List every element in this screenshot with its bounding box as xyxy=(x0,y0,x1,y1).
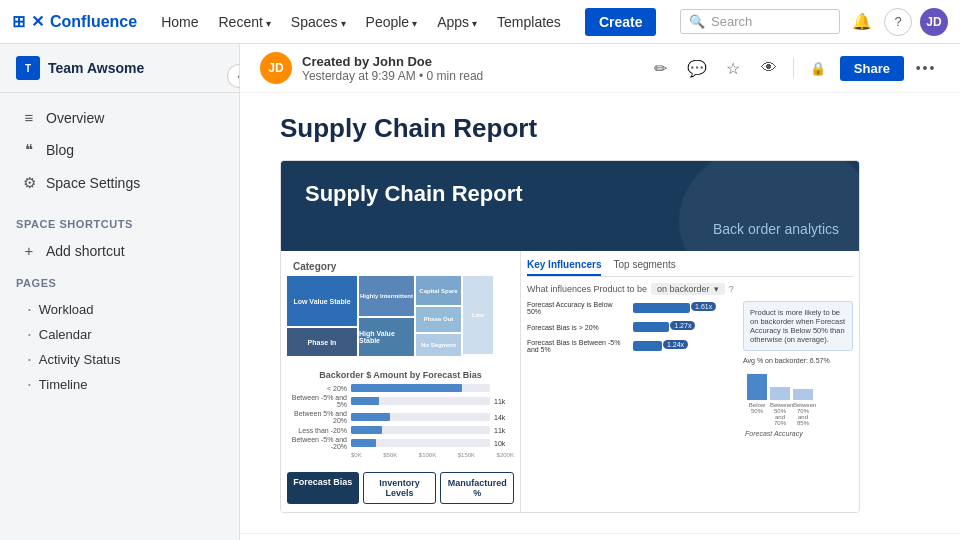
create-button[interactable]: Create xyxy=(585,8,657,36)
treemap: Low Value Stable Phase In Highly Intermi… xyxy=(287,276,514,356)
page-actions: ✏ 💬 ☆ 👁 🔒 Share ••• xyxy=(647,54,940,82)
treemap-col-3: Capital Spare Phase Out No Segment xyxy=(416,276,461,356)
treemap-cell-low: Low xyxy=(463,276,493,354)
forecast-bias-button[interactable]: Forecast Bias xyxy=(287,472,359,504)
report-preview: Supply Chain Report Back order analytics… xyxy=(280,160,860,513)
bar-chart-label: Backorder $ Amount by Forecast Bias xyxy=(287,368,514,384)
panel-tabs: Key Influencers Top segments xyxy=(527,257,853,277)
space-name: Team Awsome xyxy=(48,60,144,76)
inf-item-1: Forecast Accuracy is Below 50% 1.61x xyxy=(527,301,737,315)
nav-people[interactable]: People xyxy=(358,10,426,34)
sidebar-nav: ≡ Overview ❝ Blog ⚙ Space Settings xyxy=(0,93,239,208)
question-dropdown[interactable]: ▾ xyxy=(714,284,719,294)
bar-track-2 xyxy=(351,397,490,405)
nav-recent[interactable]: Recent xyxy=(210,10,278,34)
more-actions-button[interactable]: ••• xyxy=(912,54,940,82)
question-label: What influences Product to be xyxy=(527,284,647,294)
panel-question: What influences Product to be on backord… xyxy=(527,283,853,295)
search-box[interactable]: 🔍 Search xyxy=(680,9,840,34)
influencer-row-1: Forecast Accuracy is Below 50% 1.61x xyxy=(527,301,853,437)
inf-bar-3: 1.24x xyxy=(633,341,662,351)
treemap-cell-high-value: High Value Stable xyxy=(359,318,414,356)
read-time: 0 min read xyxy=(427,69,484,83)
add-shortcut-item[interactable]: + Add shortcut xyxy=(4,235,235,266)
inf-bar-1: 1.61x xyxy=(633,303,690,313)
bar-label-4: Less than -20% xyxy=(287,427,347,434)
mini-bar-3 xyxy=(793,389,813,400)
sidebar-item-space-settings[interactable]: ⚙ Space Settings xyxy=(4,167,235,199)
bar-row-1: < 20% xyxy=(287,384,514,392)
bar-track-4 xyxy=(351,426,490,434)
created-by: Created by John Doe xyxy=(302,54,483,69)
page-title: Supply Chain Report xyxy=(280,113,920,144)
sidebar-page-timeline[interactable]: • Timeline xyxy=(0,372,239,397)
info-box: Product is more likely to be on backorde… xyxy=(743,301,853,351)
main-layout: ‹ T Team Awsome ≡ Overview ❝ Blog ⚙ Spac… xyxy=(0,44,960,540)
inf-badge-3: 1.24x xyxy=(663,340,688,349)
tab-top-segments[interactable]: Top segments xyxy=(613,257,675,276)
bar-fill-1 xyxy=(351,384,462,392)
inf-item-3: Forecast Bias is Between -5% and 5% 1.24… xyxy=(527,339,737,353)
treemap-section: Category Low Value Stable Phase In xyxy=(281,251,520,362)
page-label-timeline: Timeline xyxy=(39,377,88,392)
sidebar-page-activity[interactable]: • Activity Status xyxy=(0,347,239,372)
add-shortcut-label: Add shortcut xyxy=(46,243,125,259)
user-avatar[interactable]: JD xyxy=(920,8,948,36)
notifications-icon[interactable]: 🔔 xyxy=(848,8,876,36)
tab-key-influencers[interactable]: Key Influencers xyxy=(527,257,601,276)
nav-templates[interactable]: Templates xyxy=(489,10,569,34)
bar-row-4: Less than -20% 11k xyxy=(287,426,514,434)
bar-track-5 xyxy=(351,439,490,447)
bar-label-2: Between -5% and 5% xyxy=(287,394,347,408)
blog-icon: ❝ xyxy=(20,141,38,159)
nav-home[interactable]: Home xyxy=(153,10,206,34)
page-header: JD Created by John Doe Yesterday at 9:39… xyxy=(240,44,960,93)
nav-icon-group: 🔔 ? JD xyxy=(848,8,948,36)
inventory-levels-button[interactable]: Inventory Levels xyxy=(363,472,437,504)
sidebar-page-workload[interactable]: • Workload xyxy=(0,297,239,322)
page-body: Supply Chain Report Supply Chain Report … xyxy=(240,93,960,533)
nav-links: Home Recent Spaces People Apps Templates xyxy=(153,10,569,34)
page-meta: JD Created by John Doe Yesterday at 9:39… xyxy=(260,52,483,84)
treemap-col-2: Highly Intermittent High Value Stable xyxy=(359,276,414,356)
report-body-section: Category Low Value Stable Phase In xyxy=(281,251,859,512)
category-label: Category xyxy=(287,257,514,276)
question-help[interactable]: ? xyxy=(729,284,734,294)
treemap-cell-highly: Highly Intermittent xyxy=(359,276,414,316)
bar-row-3: Between 5% and 20% 14k xyxy=(287,410,514,424)
page-label-workload: Workload xyxy=(39,302,94,317)
sidebar-space-header: T Team Awsome xyxy=(0,44,239,93)
chart-annotation: Avg % on backorder: 6.57% xyxy=(743,357,853,364)
bar-row-2: Between -5% and 5% 11k xyxy=(287,394,514,408)
logo[interactable]: ⊞ ✕ Confluence xyxy=(12,12,137,31)
bar-fill-2 xyxy=(351,397,379,405)
nav-apps[interactable]: Apps xyxy=(429,10,485,34)
bar-chart-section: Backorder $ Amount by Forecast Bias < 20… xyxy=(281,362,520,464)
bullet-icon: • xyxy=(28,380,31,389)
report-action-buttons: Forecast Bias Inventory Levels Manufactu… xyxy=(281,464,520,512)
inf-badge-2: 1.27x xyxy=(670,321,695,330)
edit-icon[interactable]: ✏ xyxy=(647,54,675,82)
bar-fill-4 xyxy=(351,426,382,434)
nav-spaces[interactable]: Spaces xyxy=(283,10,354,34)
sidebar-item-overview[interactable]: ≡ Overview xyxy=(4,102,235,133)
search-placeholder: Search xyxy=(711,14,752,29)
bar-axis: $0K$50K$100K$150K$200K xyxy=(287,452,514,458)
help-icon[interactable]: ? xyxy=(884,8,912,36)
overview-icon: ≡ xyxy=(20,109,38,126)
overview-label: Overview xyxy=(46,110,104,126)
share-button[interactable]: Share xyxy=(840,56,904,81)
manufactured-button[interactable]: Manufactured % xyxy=(440,472,514,504)
star-icon[interactable]: ☆ xyxy=(719,54,747,82)
space-icon: T xyxy=(16,56,40,80)
bar-row-5: Between -5% and -20% 10k xyxy=(287,436,514,450)
treemap-col-1: Low Value Stable Phase In xyxy=(287,276,357,356)
inf-bar-2: 1.27x xyxy=(633,322,669,332)
comment-icon[interactable]: 💬 xyxy=(683,54,711,82)
mini-bar-1 xyxy=(747,374,767,400)
sidebar-item-blog[interactable]: ❝ Blog xyxy=(4,134,235,166)
restrict-icon[interactable]: 🔒 xyxy=(804,54,832,82)
sidebar-page-calendar[interactable]: • Calendar xyxy=(0,322,239,347)
report-right-panel: Key Influencers Top segments What influe… xyxy=(521,251,859,512)
watch-icon[interactable]: 👁 xyxy=(755,54,783,82)
